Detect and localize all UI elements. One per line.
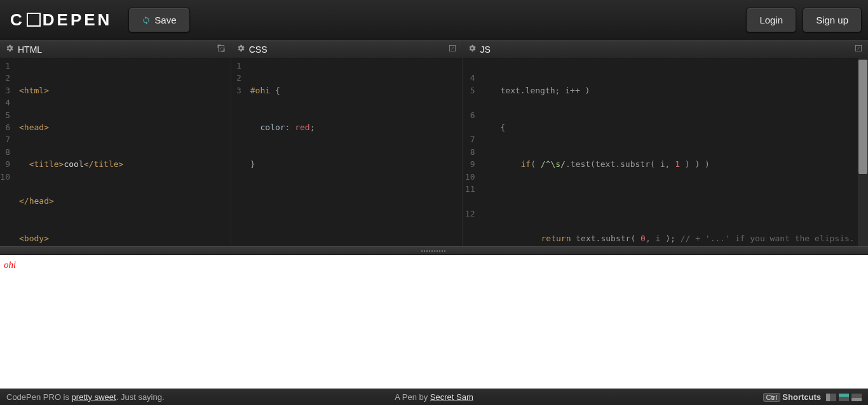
js-pane-title: JS [480, 44, 491, 55]
js-editor[interactable]: 456789101112 text.length; i++ ) { if( /^… [463, 58, 869, 246]
gear-icon[interactable] [468, 44, 477, 55]
expand-icon[interactable] [448, 44, 457, 55]
resizer-grip-icon [421, 250, 447, 252]
css-pane-title: CSS [249, 44, 268, 55]
preview-ohi-text: ohi [4, 260, 16, 270]
js-gutter: 456789101112 [463, 58, 478, 246]
footer-left: CodePen PRO is pretty sweet. Just saying… [6, 392, 165, 402]
shortcuts-button[interactable]: Ctrl Shortcuts [763, 392, 821, 402]
html-pane-header: HTML [0, 41, 231, 58]
app-header: CDEPEN Save Login Sign up [0, 0, 868, 41]
js-pane-header: JS [463, 41, 869, 58]
author-link[interactable]: Secret Sam [430, 392, 473, 402]
css-pane: CSS 123 #ohi { color: red; } [231, 41, 463, 246]
logo-prefix: C [10, 10, 25, 30]
js-code[interactable]: text.length; i++ ) { if( /^\s/.test(text… [478, 58, 869, 246]
html-pane: HTML 12345678910 <html> <head> <title>co… [0, 41, 231, 246]
pretty-sweet-link[interactable]: pretty sweet [72, 392, 116, 402]
refresh-icon [142, 16, 151, 25]
login-button[interactable]: Login [746, 8, 796, 32]
footer-right: Ctrl Shortcuts [763, 392, 862, 402]
signup-button[interactable]: Sign up [803, 8, 862, 32]
gear-icon[interactable] [5, 44, 14, 55]
codepen-logo[interactable]: CDEPEN [6, 10, 112, 30]
preview-pane: ohi [0, 255, 868, 388]
logo-box-icon [27, 13, 41, 27]
layout-top-icon[interactable] [839, 394, 849, 401]
footer-center: A Pen by Secret Sam [395, 392, 473, 402]
horizontal-resizer[interactable] [0, 246, 868, 255]
html-pane-title: HTML [18, 44, 42, 55]
layout-right-icon[interactable] [851, 394, 862, 401]
scrollbar-track[interactable] [858, 58, 868, 246]
js-pane: JS 456789101112 text.length; i++ ) { if(… [463, 41, 869, 246]
css-code[interactable]: #ohi { color: red; } [244, 58, 315, 246]
css-editor[interactable]: 123 #ohi { color: red; } [231, 58, 462, 246]
footer-bar: CodePen PRO is pretty sweet. Just saying… [0, 388, 868, 405]
expand-icon[interactable] [854, 44, 863, 55]
layout-left-icon[interactable] [826, 394, 836, 401]
css-pane-header: CSS [231, 41, 462, 58]
save-button[interactable]: Save [128, 8, 189, 32]
layout-switcher [826, 394, 862, 401]
logo-suffix: DEPEN [43, 10, 112, 30]
html-editor[interactable]: 12345678910 <html> <head> <title>cool</t… [0, 58, 231, 246]
html-gutter: 12345678910 [0, 58, 13, 246]
scrollbar-thumb[interactable] [858, 60, 867, 174]
expand-icon[interactable] [217, 44, 226, 55]
html-code[interactable]: <html> <head> <title>cool</title> </head… [13, 58, 128, 246]
gear-icon[interactable] [236, 44, 245, 55]
css-gutter: 123 [231, 58, 244, 246]
editors-row: HTML 12345678910 <html> <head> <title>co… [0, 41, 868, 246]
save-label: Save [154, 15, 176, 25]
